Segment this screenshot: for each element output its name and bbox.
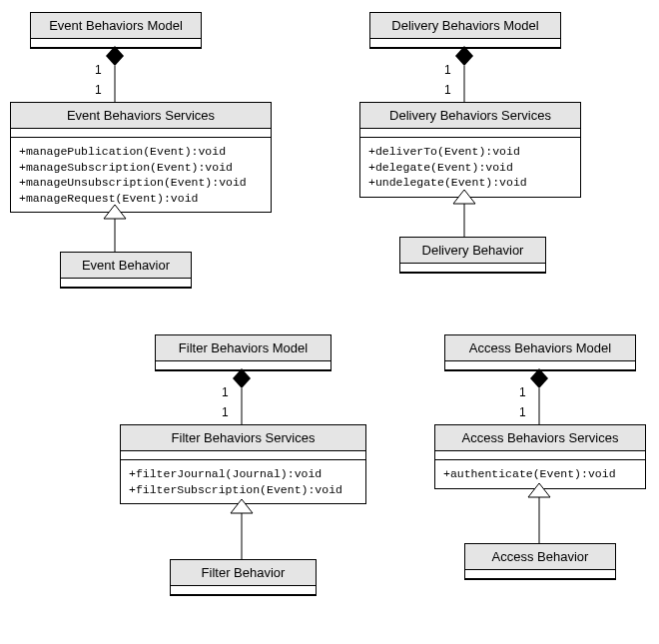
svg-marker-2 [104,205,126,219]
class-title: Event Behavior [61,253,191,279]
composition-connector [524,368,554,424]
class-attributes-empty [400,264,545,273]
class-access-behaviors-services: Access Behaviors Services +authenticate(… [434,424,646,489]
class-delivery-behaviors-services: Delivery Behaviors Services +deliverTo(E… [359,102,581,198]
multiplicity: 1 [519,385,526,399]
class-title: Delivery Behaviors Services [360,103,580,129]
multiplicity: 1 [519,405,526,419]
svg-marker-0 [106,46,124,66]
multiplicity: 1 [95,63,102,77]
svg-marker-14 [528,483,550,497]
class-title: Event Behaviors Services [11,103,271,129]
class-title: Event Behaviors Model [31,13,201,39]
svg-marker-6 [453,190,475,204]
class-title: Delivery Behavior [400,238,545,264]
class-title: Access Behaviors Services [435,425,645,451]
class-attributes-empty [171,586,316,595]
class-event-behaviors-model: Event Behaviors Model [30,12,202,49]
composition-connector [449,46,479,102]
composition-connector [100,46,130,102]
composition-connector [227,368,257,424]
svg-marker-12 [530,368,548,388]
class-delivery-behavior: Delivery Behavior [399,237,546,274]
class-operations: +filterJournal(Journal):void +filterSubs… [121,460,365,503]
class-title: Filter Behavior [171,560,316,586]
generalization-connector [524,483,554,543]
generalization-connector [100,205,130,253]
class-title: Filter Behaviors Services [121,425,365,451]
class-event-behavior: Event Behavior [60,252,192,289]
class-attributes-empty [465,570,615,579]
multiplicity: 1 [444,63,451,77]
class-title: Delivery Behaviors Model [370,13,560,39]
class-attributes-empty [121,451,365,460]
class-access-behaviors-model: Access Behaviors Model [444,334,636,371]
multiplicity: 1 [95,83,102,97]
class-attributes-empty [435,451,645,460]
generalization-connector [227,499,257,559]
class-attributes-empty [11,129,271,138]
uml-diagram: Event Behaviors Model 1 1 Event Behavior… [0,0,659,644]
class-attributes-empty [360,129,580,138]
svg-marker-4 [455,46,473,66]
class-event-behaviors-services: Event Behaviors Services +managePublicat… [10,102,272,213]
class-title: Access Behaviors Model [445,335,635,361]
class-attributes-empty [61,279,191,288]
multiplicity: 1 [444,83,451,97]
class-title: Filter Behaviors Model [156,335,330,361]
class-filter-behaviors-services: Filter Behaviors Services +filterJournal… [120,424,366,504]
class-access-behavior: Access Behavior [464,543,616,580]
generalization-connector [449,190,479,238]
class-operations: +managePublication(Event):void +manageSu… [11,138,271,212]
class-operations: +deliverTo(Event):void +delegate(Event):… [360,138,580,197]
class-filter-behaviors-model: Filter Behaviors Model [155,334,331,371]
class-delivery-behaviors-model: Delivery Behaviors Model [369,12,561,49]
svg-marker-10 [231,499,253,513]
svg-marker-8 [233,368,251,388]
multiplicity: 1 [222,385,229,399]
multiplicity: 1 [222,405,229,419]
class-filter-behavior: Filter Behavior [170,559,317,596]
class-title: Access Behavior [465,544,615,570]
